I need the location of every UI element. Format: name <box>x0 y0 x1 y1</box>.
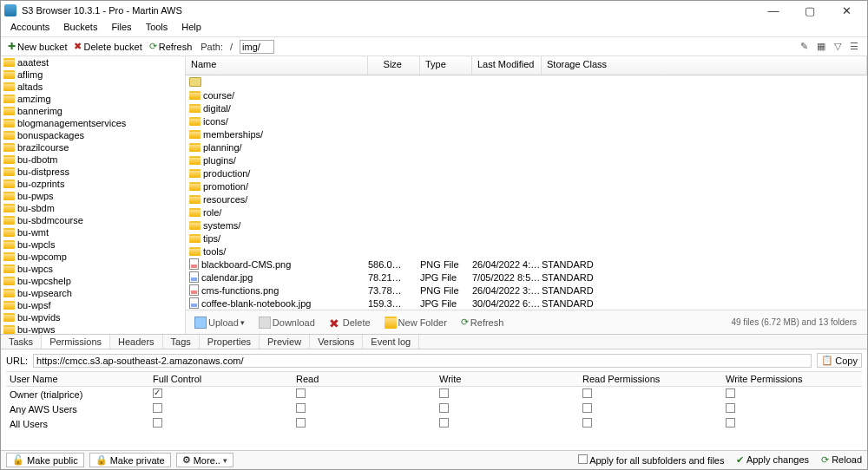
permission-checkbox[interactable] <box>153 388 162 398</box>
bucket-item[interactable]: bu-wpsf <box>1 299 185 311</box>
bucket-list[interactable]: aaatestaflimgaltadsamzimgbannerimgblogma… <box>1 56 186 334</box>
col-name[interactable]: Name <box>186 56 368 75</box>
folder-row[interactable]: icons/ <box>186 114 867 127</box>
col-storage[interactable]: Storage Class <box>542 56 867 75</box>
bucket-item[interactable]: bu-distpress <box>1 166 185 178</box>
edit-path-icon[interactable]: ✎ <box>800 41 808 52</box>
apply-changes-button[interactable]: ✔ Apply changes <box>736 454 809 466</box>
apply-all-checkbox[interactable]: Apply for all subfolders and files <box>578 454 725 466</box>
permission-checkbox[interactable] <box>582 388 592 398</box>
make-private-button[interactable]: 🔒 Make private <box>89 453 171 467</box>
titlebar[interactable]: S3 Browser 10.3.1 - Pro - Martin AWS — ▢… <box>1 1 867 20</box>
bucket-item[interactable]: bu-wpcls <box>1 238 185 251</box>
permission-checkbox[interactable] <box>439 403 449 413</box>
menu-buckets[interactable]: Buckets <box>57 20 103 36</box>
menu-tools[interactable]: Tools <box>140 20 174 36</box>
bucket-item[interactable]: brazilcourse <box>1 141 185 153</box>
make-public-button[interactable]: 🔓 Make public <box>6 453 84 467</box>
menu-help[interactable]: Help <box>175 20 207 36</box>
bucket-item[interactable]: bu-pwps <box>1 190 185 202</box>
folder-row[interactable]: role/ <box>186 206 867 219</box>
tab-versions[interactable]: Versions <box>310 335 363 349</box>
permission-checkbox[interactable] <box>582 403 592 413</box>
bucket-item[interactable]: bu-wmt <box>1 226 185 238</box>
file-row[interactable]: calendar.jpg78.21 KBJPG File7/05/2022 8:… <box>186 271 867 284</box>
bucket-item[interactable]: bannerimg <box>1 105 185 117</box>
folder-row[interactable]: plugins/ <box>186 153 867 166</box>
permission-checkbox[interactable] <box>153 403 162 413</box>
permission-checkbox[interactable] <box>439 418 449 428</box>
file-row[interactable]: cms-functions.png73.78 KBPNG File26/04/2… <box>186 284 867 297</box>
folder-row[interactable]: course/ <box>186 88 867 101</box>
file-row[interactable]: blackboard-CMS.png586.07 KBPNG File26/04… <box>186 258 867 271</box>
bucket-item[interactable]: bu-wpcshelp <box>1 275 185 287</box>
permission-checkbox[interactable] <box>296 403 306 413</box>
new-folder-button[interactable]: New Folder <box>381 315 450 330</box>
file-refresh-button[interactable]: ⟳Refresh <box>457 315 508 330</box>
new-bucket-button[interactable]: ✚New bucket <box>4 41 70 52</box>
bucket-item[interactable]: blogmanagementservices <box>1 117 185 129</box>
download-button[interactable]: Download <box>255 315 319 330</box>
menu-files[interactable]: Files <box>105 20 137 36</box>
tab-headers[interactable]: Headers <box>110 335 163 349</box>
bucket-item[interactable]: bu-wpcs <box>1 263 185 275</box>
folder-row[interactable]: production/ <box>186 166 867 180</box>
url-input[interactable] <box>33 354 812 368</box>
bucket-item[interactable]: aaatest <box>1 56 185 69</box>
reload-button[interactable]: ⟳ Reload <box>821 454 862 466</box>
tab-permissions[interactable]: Permissions <box>42 335 110 349</box>
permission-checkbox[interactable] <box>726 403 735 413</box>
permission-checkbox[interactable] <box>726 388 735 398</box>
more-button[interactable]: ⚙ More.. ▾ <box>176 453 233 467</box>
up-row[interactable] <box>186 75 867 88</box>
col-type[interactable]: Type <box>420 56 472 75</box>
permission-checkbox[interactable] <box>153 418 162 428</box>
bucket-item[interactable]: bu-wpws <box>1 323 185 334</box>
close-button[interactable]: ✕ <box>829 2 864 19</box>
file-row[interactable]: coffee-blank-notebook.jpg159.38 KBJPG Fi… <box>186 297 867 310</box>
bucket-item[interactable]: bu-wpsearch <box>1 287 185 299</box>
maximize-button[interactable]: ▢ <box>792 2 827 19</box>
tab-tags[interactable]: Tags <box>163 335 200 349</box>
folder-row[interactable]: tools/ <box>186 245 867 258</box>
bucket-item[interactable]: bu-wpvids <box>1 311 185 323</box>
tab-preview[interactable]: Preview <box>260 335 310 349</box>
col-modified[interactable]: Last Modified <box>472 56 542 75</box>
delete-bucket-button[interactable]: ✖Delete bucket <box>70 41 145 52</box>
permission-checkbox[interactable] <box>726 418 735 428</box>
folder-row[interactable]: systems/ <box>186 219 867 232</box>
permission-checkbox[interactable] <box>582 418 592 428</box>
folder-row[interactable]: tips/ <box>186 232 867 245</box>
tab-event-log[interactable]: Event log <box>363 335 419 349</box>
bucket-item[interactable]: altads <box>1 81 185 93</box>
refresh-button[interactable]: ⟳Refresh <box>146 41 196 52</box>
bucket-item[interactable]: bu-sbdmcourse <box>1 214 185 226</box>
grid-view-icon[interactable]: ▦ <box>817 41 825 52</box>
upload-button[interactable]: Upload ▾ <box>191 315 248 330</box>
folder-row[interactable]: promotion/ <box>186 180 867 193</box>
bucket-item[interactable]: amzimg <box>1 93 185 105</box>
bucket-item[interactable]: bu-dbotm <box>1 153 185 166</box>
folder-row[interactable]: resources/ <box>186 193 867 206</box>
columns-icon[interactable]: ☰ <box>850 41 858 52</box>
bucket-item[interactable]: aflimg <box>1 69 185 81</box>
menu-accounts[interactable]: Accounts <box>4 20 56 36</box>
col-size[interactable]: Size <box>368 56 420 75</box>
folder-row[interactable]: memberships/ <box>186 127 867 140</box>
bucket-item[interactable]: bu-ozprints <box>1 178 185 190</box>
path-root[interactable]: / <box>230 42 233 52</box>
tab-properties[interactable]: Properties <box>200 335 260 349</box>
delete-button[interactable]: ✖Delete <box>326 315 374 330</box>
filter-icon[interactable]: ▽ <box>834 41 841 52</box>
tab-tasks[interactable]: Tasks <box>1 335 42 349</box>
permission-checkbox[interactable] <box>439 388 449 398</box>
bucket-item[interactable]: bu-sbdm <box>1 202 185 214</box>
file-list[interactable]: course/digital/icons/memberships/plannin… <box>186 75 867 310</box>
permission-checkbox[interactable] <box>296 418 306 428</box>
folder-row[interactable]: digital/ <box>186 101 867 114</box>
bucket-item[interactable]: bu-wpcomp <box>1 251 185 263</box>
copy-url-button[interactable]: 📋 Copy <box>817 353 862 368</box>
folder-row[interactable]: planning/ <box>186 140 867 153</box>
bucket-item[interactable]: bonuspackages <box>1 129 185 141</box>
permission-checkbox[interactable] <box>296 388 306 398</box>
